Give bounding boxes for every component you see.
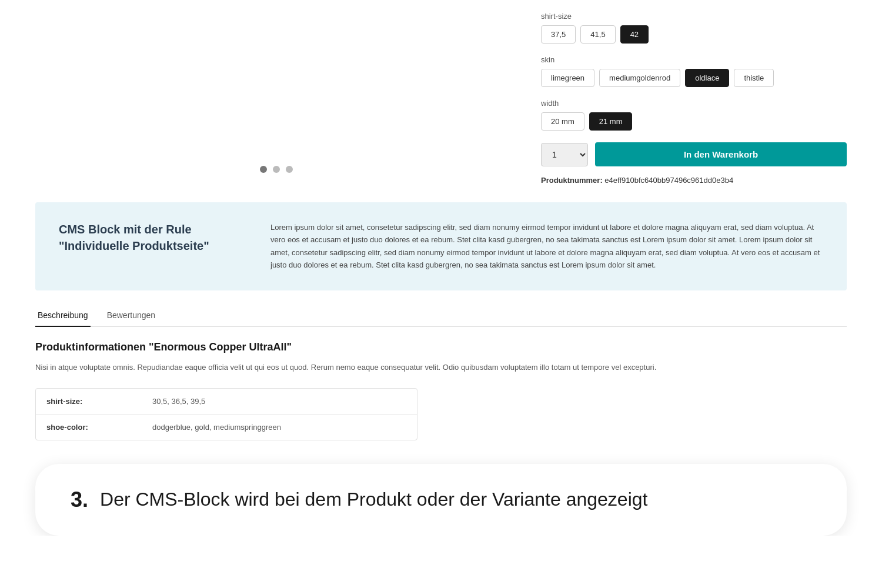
prop-val-shirt-size: 30,5, 36,5, 39,5 bbox=[152, 397, 205, 406]
cms-block-title: CMS Block mit der Rule "Individuelle Pro… bbox=[59, 221, 247, 272]
tab-list: Beschreibung Bewertungen bbox=[35, 305, 847, 327]
shirt-size-group: shirt-size 37,5 41,5 42 bbox=[541, 12, 847, 44]
quantity-select[interactable]: 1 2 3 bbox=[541, 143, 588, 166]
skin-btn-thistle[interactable]: thistle bbox=[734, 69, 774, 87]
product-tabs: Beschreibung Bewertungen Produktinformat… bbox=[0, 305, 882, 440]
skin-label: skin bbox=[541, 55, 847, 64]
tab-bewertungen[interactable]: Bewertungen bbox=[105, 305, 158, 327]
product-number: Produktnummer: e4eff910bfc640bb97496c961… bbox=[541, 176, 847, 185]
add-to-cart-row: 1 2 3 In den Warenkorb bbox=[541, 142, 847, 166]
bottom-cta-text: Der CMS-Block wird bei dem Produkt oder … bbox=[100, 487, 647, 512]
skin-btn-oldlace[interactable]: oldlace bbox=[685, 69, 729, 87]
prop-key-shirt-size: shirt-size: bbox=[46, 397, 152, 406]
skin-btn-limegreen[interactable]: limegreen bbox=[541, 69, 594, 87]
product-image-area bbox=[35, 12, 517, 185]
carousel-dot-2[interactable] bbox=[273, 166, 280, 173]
tab-beschreibung[interactable]: Beschreibung bbox=[35, 305, 91, 327]
product-info-title: Produktinformationen "Enormous Copper Ul… bbox=[35, 341, 847, 353]
shirt-size-btn-415[interactable]: 41,5 bbox=[580, 25, 615, 44]
skin-group: skin limegreen mediumgoldenrod oldlace t… bbox=[541, 55, 847, 87]
image-carousel-dots bbox=[260, 166, 293, 173]
shirt-size-label: shirt-size bbox=[541, 12, 847, 21]
product-info-section: Produktinformationen "Enormous Copper Ul… bbox=[35, 341, 847, 440]
shirt-size-buttons: 37,5 41,5 42 bbox=[541, 25, 847, 44]
product-number-value: e4eff910bfc640bb97496c961dd0e3b4 bbox=[604, 176, 733, 185]
width-btn-20mm[interactable]: 20 mm bbox=[541, 112, 584, 131]
carousel-dot-1[interactable] bbox=[260, 166, 267, 173]
carousel-dot-3[interactable] bbox=[286, 166, 293, 173]
width-label: width bbox=[541, 99, 847, 108]
prop-val-shoe-color: dodgerblue, gold, mediumspringgreen bbox=[152, 423, 281, 432]
cms-block: CMS Block mit der Rule "Individuelle Pro… bbox=[35, 202, 847, 290]
bottom-cta-block: 3. Der CMS-Block wird bei dem Produkt od… bbox=[35, 464, 847, 536]
product-options-area: shirt-size 37,5 41,5 42 skin limegreen m… bbox=[541, 12, 847, 185]
shirt-size-btn-375[interactable]: 37,5 bbox=[541, 25, 576, 44]
width-group: width 20 mm 21 mm bbox=[541, 99, 847, 131]
product-info-description: Nisi in atque voluptate omnis. Repudiand… bbox=[35, 362, 847, 374]
product-number-label: Produktnummer: bbox=[541, 176, 603, 185]
product-top-section: shirt-size 37,5 41,5 42 skin limegreen m… bbox=[0, 0, 882, 202]
product-properties-table: shirt-size: 30,5, 36,5, 39,5 shoe-color:… bbox=[35, 388, 417, 440]
skin-buttons: limegreen mediumgoldenrod oldlace thistl… bbox=[541, 69, 847, 87]
bottom-cta-number: 3. bbox=[71, 487, 88, 512]
shirt-size-btn-42[interactable]: 42 bbox=[620, 25, 649, 44]
width-buttons: 20 mm 21 mm bbox=[541, 112, 847, 131]
add-to-cart-button[interactable]: In den Warenkorb bbox=[595, 142, 847, 166]
skin-btn-mediumgoldenrod[interactable]: mediumgoldenrod bbox=[599, 69, 680, 87]
width-btn-21mm[interactable]: 21 mm bbox=[589, 112, 633, 131]
prop-row-shirt-size: shirt-size: 30,5, 36,5, 39,5 bbox=[36, 389, 417, 415]
prop-row-shoe-color: shoe-color: dodgerblue, gold, mediumspri… bbox=[36, 415, 417, 440]
page-wrapper: shirt-size 37,5 41,5 42 skin limegreen m… bbox=[0, 0, 882, 536]
cms-block-text: Lorem ipsum dolor sit amet, consetetur s… bbox=[270, 221, 823, 272]
prop-key-shoe-color: shoe-color: bbox=[46, 423, 152, 432]
